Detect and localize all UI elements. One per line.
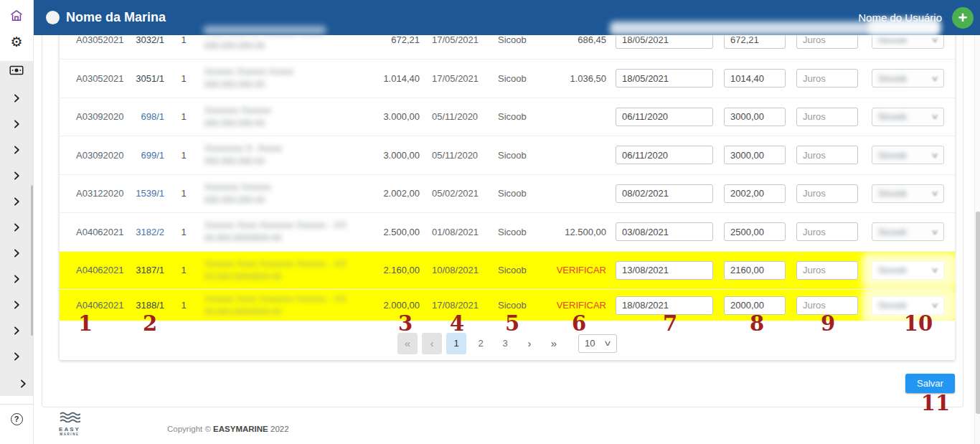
sidebar-item-menu-8[interactable]	[0, 274, 33, 286]
payment-date-input[interactable]	[616, 146, 713, 164]
bank-select-box[interactable]: Sicoob ∨	[872, 184, 944, 203]
bank-select-box[interactable]: Sicoob ∨	[872, 261, 944, 280]
juros-input[interactable]	[796, 69, 858, 88]
payment-value-input[interactable]	[724, 69, 786, 88]
row-value: 2.002,00	[377, 188, 420, 199]
bank-select[interactable]: Sicoob ∨	[872, 184, 944, 203]
sidebar-item-billing[interactable]	[0, 65, 33, 78]
sidebar-scrollbar-thumb[interactable]	[31, 185, 33, 336]
sidebar-item-menu-1[interactable]	[0, 93, 33, 105]
juros-input[interactable]	[796, 184, 858, 203]
payment-date-input[interactable]	[616, 108, 713, 126]
row-invoice-link[interactable]: 3051/1	[132, 73, 164, 84]
sidebar-item-menu-5[interactable]	[0, 197, 33, 209]
table-row: A03092020 698/1 1 Xxxxxxx Xxxxxx 000.000…	[60, 98, 955, 136]
sidebar-item-menu-9[interactable]	[0, 300, 33, 312]
help-icon: ?	[11, 413, 23, 425]
page-size-select[interactable]: 10∨	[578, 334, 617, 353]
row-code: A04062021	[76, 227, 132, 237]
pagination-prev-button[interactable]: ‹	[422, 333, 442, 354]
bank-select-value-blurred: Sicoob	[878, 111, 907, 122]
pagination-last-button[interactable]: »	[544, 333, 564, 354]
bank-select[interactable]: Sicoob ∨	[872, 261, 944, 280]
table-row: A03122020 1539/1 1 Xxxxxxx Xxxxxx 000.00…	[60, 174, 955, 213]
billing-table-card: A03052021 3032/1 1 Xxxx Xxxx xx Xxxxxxx …	[60, 20, 955, 360]
bank-select-box[interactable]: Sicoob ∨	[872, 296, 944, 315]
sidebar-item-settings[interactable]: ⚙	[0, 35, 33, 49]
row-invoice-link[interactable]: 698/1	[132, 111, 164, 122]
sidebar-nav: ⚙ ?	[0, 0, 34, 444]
row-bank: Sicoob	[498, 300, 541, 311]
payment-date-input[interactable]	[616, 69, 713, 88]
sidebar-item-menu-2[interactable]	[0, 119, 33, 131]
juros-input[interactable]	[796, 108, 858, 126]
pagination-page-2[interactable]: 2	[471, 333, 491, 354]
bank-select[interactable]: Sicoob ∨	[872, 296, 944, 315]
scrollbar-thumb[interactable]	[976, 212, 980, 414]
payment-date-input[interactable]	[616, 261, 713, 280]
save-button[interactable]: Salvar	[905, 374, 955, 393]
payment-value-input[interactable]	[724, 222, 786, 241]
bank-select-box[interactable]: Sicoob ∨	[872, 146, 944, 164]
row-code: A03052021	[76, 34, 132, 45]
bank-select-value-blurred: Sicoob	[878, 188, 907, 199]
pagination-next-button[interactable]: ›	[519, 333, 540, 354]
bank-select-box[interactable]: Sicoob ∨	[872, 108, 944, 126]
bank-select-box[interactable]: Sicoob ∨	[872, 222, 944, 241]
home-icon	[9, 9, 24, 23]
payment-date-input[interactable]	[616, 222, 713, 241]
row-invoice-link[interactable]: 3182/2	[132, 227, 164, 237]
sidebar-item-menu-4[interactable]	[0, 171, 33, 183]
bank-select[interactable]: Sicoob ∨	[872, 222, 944, 241]
logo-text-easy: EASY	[55, 426, 84, 433]
sidebar-item-menu-11[interactable]	[0, 351, 33, 364]
row-invoice-link[interactable]: 3187/1	[132, 265, 164, 275]
sidebar-item-menu-10[interactable]	[0, 326, 33, 338]
row-invoice-link[interactable]: 699/1	[132, 150, 164, 161]
customer-doc-blurred: 000.000.000-00	[204, 118, 377, 130]
row-invoice-link[interactable]: 3188/1	[132, 300, 164, 311]
sidebar-item-home[interactable]	[0, 9, 33, 25]
sidebar-item-help[interactable]: ?	[0, 412, 33, 425]
juros-input[interactable]	[796, 222, 858, 241]
scrollbar-track[interactable]	[974, 35, 980, 444]
chevron-right-icon	[11, 222, 22, 232]
pagination-first-button[interactable]: «	[397, 333, 418, 354]
payment-value-input[interactable]	[724, 296, 786, 315]
row-customer-redacted: Xxxxxx Xxxx Xxxxxxx Xxxxxx - XX 00.000.0…	[204, 293, 377, 318]
row-customer-redacted: Xxxxxxx Xxxxxx 000.000.000-00	[204, 181, 377, 207]
payment-value-input[interactable]	[724, 108, 786, 126]
customer-doc-blurred: 00.000.000/0000-00	[204, 306, 377, 318]
payment-date-input[interactable]	[616, 184, 713, 203]
payment-value-input[interactable]	[724, 184, 786, 203]
payment-value-input[interactable]	[724, 146, 786, 164]
add-button[interactable]: +	[952, 7, 974, 29]
bank-select-box[interactable]: Sicoob ∨	[872, 69, 944, 88]
sidebar-item-menu-3[interactable]	[0, 145, 33, 157]
row-qty: 1	[173, 265, 194, 275]
juros-input[interactable]	[796, 261, 858, 280]
bank-select-value-blurred: Sicoob	[878, 150, 907, 161]
payment-value-input[interactable]	[724, 261, 786, 280]
bank-select[interactable]: Sicoob ∨	[872, 146, 944, 164]
pagination-page-1[interactable]: 1	[446, 333, 466, 354]
bank-select[interactable]: Sicoob ∨	[872, 69, 944, 88]
sidebar-item-menu-6[interactable]	[0, 222, 33, 235]
juros-input[interactable]	[796, 296, 858, 315]
payment-date-input[interactable]	[616, 296, 713, 315]
chevron-right-icon	[11, 274, 22, 284]
row-invoice-link[interactable]: 3032/1	[132, 34, 164, 45]
bank-select[interactable]: Sicoob ∨	[872, 108, 944, 126]
row-paid-or-status: 12.500,00	[541, 227, 606, 237]
chevron-down-icon: ∨	[930, 227, 938, 237]
page-size-value: 10	[585, 338, 595, 349]
sidebar-item-menu-sub[interactable]	[6, 379, 39, 391]
row-invoice-link[interactable]: 1539/1	[132, 188, 164, 199]
row-code: A03122020	[76, 188, 132, 199]
pagination-page-3[interactable]: 3	[495, 333, 515, 354]
easymarine-logo: EASY MARINE	[55, 412, 84, 436]
juros-input[interactable]	[796, 146, 858, 164]
chevron-down-icon: ∨	[930, 74, 938, 83]
sidebar-item-menu-7[interactable]	[0, 248, 33, 260]
user-name[interactable]: Nome do Usuário	[858, 11, 942, 24]
